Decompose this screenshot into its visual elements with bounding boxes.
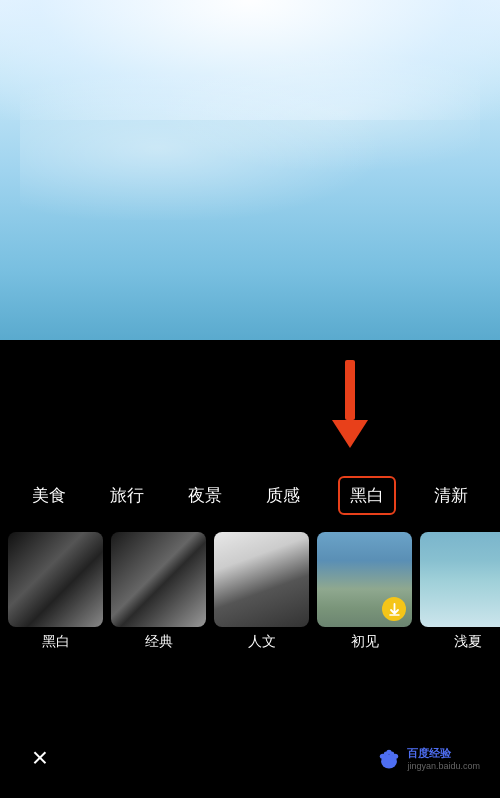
filter-item-chujian[interactable]: 初见 bbox=[317, 532, 412, 651]
filter-item-heibai[interactable]: 黑白 bbox=[8, 532, 103, 651]
baidu-logo: 百度经验 jingyan.baidu.com bbox=[375, 744, 480, 772]
svg-point-6 bbox=[387, 750, 392, 754]
filter-item-renwen[interactable]: 人文 bbox=[214, 532, 309, 651]
tab-heibai[interactable]: 黑白 bbox=[338, 476, 396, 515]
action-bar: × 百度经验 jingyan.baidu.com bbox=[0, 728, 500, 798]
filter-thumbnails-row: 黑白 经典 人文 初见 浅夏 bbox=[0, 520, 500, 651]
tab-yejing[interactable]: 夜景 bbox=[182, 476, 228, 515]
filter-label-chujian: 初见 bbox=[351, 633, 379, 651]
filter-thumb-heibai bbox=[8, 532, 103, 627]
filter-label-qianxia: 浅夏 bbox=[454, 633, 482, 651]
filter-label-jingdian: 经典 bbox=[145, 633, 173, 651]
tab-meishi[interactable]: 美食 bbox=[26, 476, 72, 515]
close-icon: × bbox=[32, 744, 48, 772]
filter-item-jingdian[interactable]: 经典 bbox=[111, 532, 206, 651]
baidu-paw-icon bbox=[375, 744, 403, 772]
filter-tabs: 美食 旅行 夜景 质感 黑白 清新 bbox=[0, 470, 500, 520]
arrow-head bbox=[332, 420, 368, 448]
watermark-site: jingyan.baidu.com bbox=[407, 761, 480, 771]
annotation-arrow bbox=[320, 360, 380, 460]
tab-qingxin[interactable]: 清新 bbox=[428, 476, 474, 515]
filter-thumb-qianxia bbox=[420, 532, 500, 627]
tab-zhigan[interactable]: 质感 bbox=[260, 476, 306, 515]
filter-thumb-renwen bbox=[214, 532, 309, 627]
arrow-shaft bbox=[345, 360, 355, 420]
tab-lvxing[interactable]: 旅行 bbox=[104, 476, 150, 515]
download-badge bbox=[382, 597, 406, 621]
watermark: 百度经验 jingyan.baidu.com bbox=[375, 744, 480, 772]
baidu-label: 百度经验 bbox=[407, 746, 451, 761]
filter-label-renwen: 人文 bbox=[248, 633, 276, 651]
filter-item-qianxia[interactable]: 浅夏 bbox=[420, 532, 500, 651]
filter-thumb-chujian bbox=[317, 532, 412, 627]
bottom-panel: 美食 旅行 夜景 质感 黑白 清新 黑白 经典 人文 bbox=[0, 340, 500, 798]
close-button[interactable]: × bbox=[20, 738, 60, 778]
photo-preview bbox=[0, 0, 500, 340]
filter-thumb-jingdian bbox=[111, 532, 206, 627]
filter-label-heibai: 黑白 bbox=[42, 633, 70, 651]
